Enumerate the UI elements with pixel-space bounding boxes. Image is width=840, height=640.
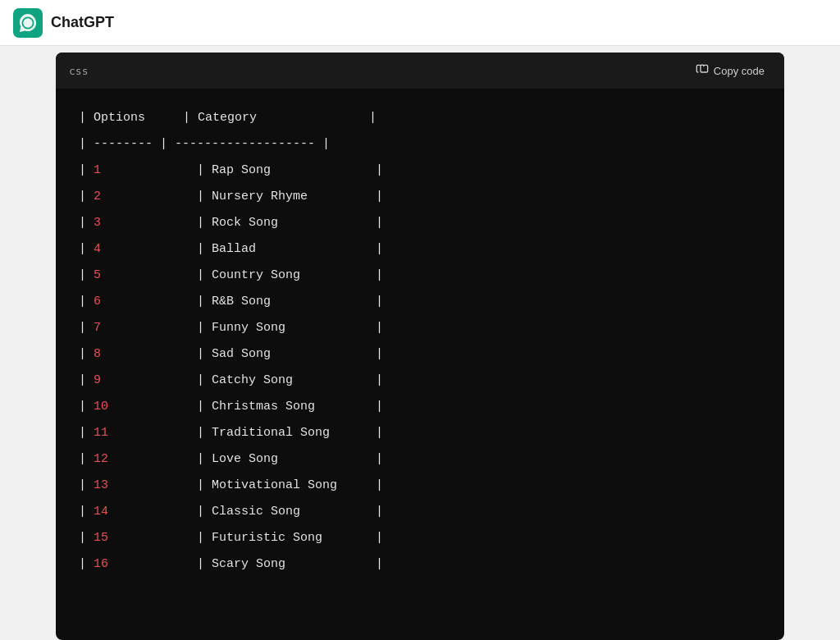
- row-category: Scary Song: [212, 551, 376, 578]
- row-number: 2: [94, 184, 123, 210]
- pipe-char: |: [79, 446, 94, 473]
- row-number: 7: [94, 315, 123, 341]
- pipe-char: |: [197, 394, 212, 420]
- row-number: 15: [94, 525, 123, 551]
- pipe-char: |: [197, 368, 212, 394]
- table-row: | 9 | Catchy Song|: [79, 368, 761, 394]
- pipe-char: |: [79, 315, 94, 341]
- table-row: | 8 | Sad Song|: [79, 341, 761, 368]
- table-rows: | 1 | Rap Song|| 2 | Nursery Rhyme|| 3 |…: [79, 158, 761, 578]
- pipe-char: |: [197, 210, 212, 236]
- row-category: Nursery Rhyme: [212, 184, 376, 210]
- row-number: 14: [94, 499, 123, 525]
- row-number: 11: [94, 420, 123, 446]
- pipe-char: |: [197, 289, 212, 315]
- copy-code-button[interactable]: Copy code: [689, 61, 771, 80]
- row-number: 6: [94, 289, 123, 315]
- table-row: | 3 | Rock Song|: [79, 210, 761, 236]
- clipboard-icon: [696, 64, 709, 77]
- code-language-label: css: [69, 65, 88, 77]
- row-number: 9: [94, 368, 123, 394]
- pipe-char: |: [376, 263, 383, 289]
- row-category: Catchy Song: [212, 368, 376, 394]
- row-category: Christmas Song: [212, 394, 376, 420]
- pipe-char: |: [197, 525, 212, 551]
- row-category: Sad Song: [212, 341, 376, 368]
- row-category: Country Song: [212, 263, 376, 289]
- pipe-char: |: [197, 263, 212, 289]
- pipe-char: |: [79, 394, 94, 420]
- pipe-char: |: [376, 420, 383, 446]
- pipe-char: |: [376, 368, 383, 394]
- pipe-char: |: [197, 420, 212, 446]
- pipe-char: |: [79, 473, 94, 499]
- row-category: Funny Song: [212, 315, 376, 341]
- pipe-char: |: [79, 420, 94, 446]
- pipe-char: |: [79, 341, 94, 368]
- pipe-char: |: [376, 394, 383, 420]
- row-category: Rap Song: [212, 158, 376, 184]
- pipe-char: |: [197, 499, 212, 525]
- table-row: | 1 | Rap Song|: [79, 158, 761, 184]
- pipe-char: |: [376, 184, 383, 210]
- row-category: Love Song: [212, 446, 376, 473]
- row-number: 10: [94, 394, 123, 420]
- pipe-char: |: [376, 446, 383, 473]
- table-header-row: | Options | Category |: [79, 105, 761, 131]
- row-category: Traditional Song: [212, 420, 376, 446]
- table-row: | 16 | Scary Song|: [79, 551, 761, 578]
- pipe-char: |: [197, 551, 212, 578]
- code-window: css Copy code | Options | Category | | -…: [56, 53, 784, 640]
- table-row: | 10 | Christmas Song|: [79, 394, 761, 420]
- chatgpt-logo-icon: [13, 8, 43, 38]
- row-category: Ballad: [212, 236, 376, 263]
- row-category: R&B Song: [212, 289, 376, 315]
- pipe-char: |: [79, 158, 94, 184]
- table-row: | 7 | Funny Song|: [79, 315, 761, 341]
- pipe-char: |: [79, 263, 94, 289]
- pipe-char: |: [376, 499, 383, 525]
- row-number: 1: [94, 158, 123, 184]
- app-title: ChatGPT: [51, 14, 114, 31]
- table-row: | 13 | Motivational Song|: [79, 473, 761, 499]
- pipe-char: |: [79, 289, 94, 315]
- row-number: 5: [94, 263, 123, 289]
- title-bar: ChatGPT: [0, 0, 840, 46]
- pipe-char: |: [197, 184, 212, 210]
- row-number: 3: [94, 210, 123, 236]
- pipe-char: |: [376, 315, 383, 341]
- pipe-char: |: [79, 551, 94, 578]
- pipe-char: |: [79, 499, 94, 525]
- row-category: Motivational Song: [212, 473, 376, 499]
- pipe-char: |: [376, 236, 383, 263]
- pipe-char: |: [197, 236, 212, 263]
- pipe-char: |: [79, 210, 94, 236]
- pipe-char: |: [376, 525, 383, 551]
- table-row: | 4 | Ballad|: [79, 236, 761, 263]
- copy-code-label: Copy code: [714, 65, 765, 77]
- table-row: | 12 | Love Song|: [79, 446, 761, 473]
- pipe-char: |: [79, 525, 94, 551]
- table-row: | 11 | Traditional Song|: [79, 420, 761, 446]
- row-number: 4: [94, 236, 123, 263]
- table-row: | 5 | Country Song|: [79, 263, 761, 289]
- table-row: | 2 | Nursery Rhyme|: [79, 184, 761, 210]
- row-number: 16: [94, 551, 123, 578]
- row-category: Rock Song: [212, 210, 376, 236]
- pipe-char: |: [376, 289, 383, 315]
- table-row: | 14 | Classic Song|: [79, 499, 761, 525]
- row-number: 8: [94, 341, 123, 368]
- pipe-char: |: [197, 315, 212, 341]
- row-category: Futuristic Song: [212, 525, 376, 551]
- row-number: 12: [94, 446, 123, 473]
- pipe-char: |: [197, 158, 212, 184]
- row-category: Classic Song: [212, 499, 376, 525]
- table-separator-row: | -------- | ------------------- |: [79, 131, 761, 158]
- table-row: | 6 | R&B Song|: [79, 289, 761, 315]
- pipe-char: |: [197, 341, 212, 368]
- pipe-char: |: [376, 158, 383, 184]
- pipe-char: |: [197, 446, 212, 473]
- pipe-char: |: [79, 184, 94, 210]
- pipe-char: |: [376, 551, 383, 578]
- code-content: | Options | Category | | -------- | ----…: [56, 89, 784, 594]
